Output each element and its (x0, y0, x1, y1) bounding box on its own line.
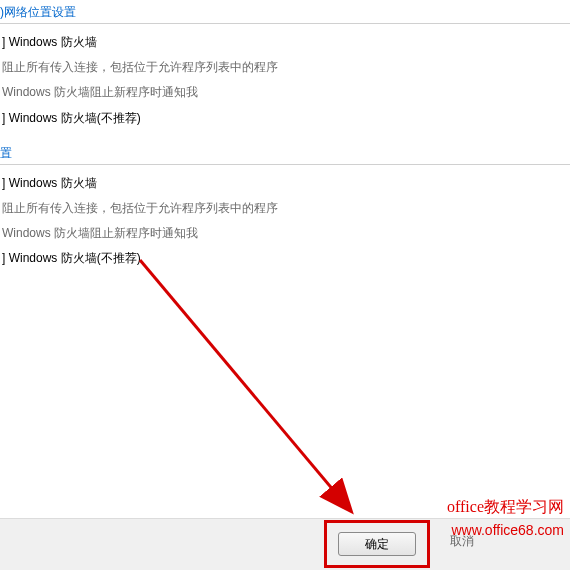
arrow-annotation (130, 250, 390, 540)
ok-button[interactable]: 确定 (338, 532, 416, 556)
settings-content: )网络位置设置 ] Windows 防火墙 阻止所有传入连接，包括位于允许程序列… (0, 0, 570, 272)
section2-header: 置 (0, 141, 570, 165)
option-notify-2[interactable]: Windows 防火墙阻止新程序时通知我 (0, 221, 570, 246)
option-disable-firewall-1[interactable]: ] Windows 防火墙(不推荐) (0, 106, 570, 131)
section1-header: )网络位置设置 (0, 0, 570, 24)
option-block-all-2[interactable]: 阻止所有传入连接，包括位于允许程序列表中的程序 (0, 196, 570, 221)
option-enable-firewall-2[interactable]: ] Windows 防火墙 (0, 171, 570, 196)
option-enable-firewall-1[interactable]: ] Windows 防火墙 (0, 30, 570, 55)
option-block-all-1[interactable]: 阻止所有传入连接，包括位于允许程序列表中的程序 (0, 55, 570, 80)
svg-line-1 (140, 260, 350, 510)
option-notify-1[interactable]: Windows 防火墙阻止新程序时通知我 (0, 80, 570, 105)
watermark-text-2: www.office68.com (451, 522, 564, 538)
option-disable-firewall-2[interactable]: ] Windows 防火墙(不推荐) (0, 246, 570, 271)
watermark-text-1: office教程学习网 (447, 497, 564, 518)
